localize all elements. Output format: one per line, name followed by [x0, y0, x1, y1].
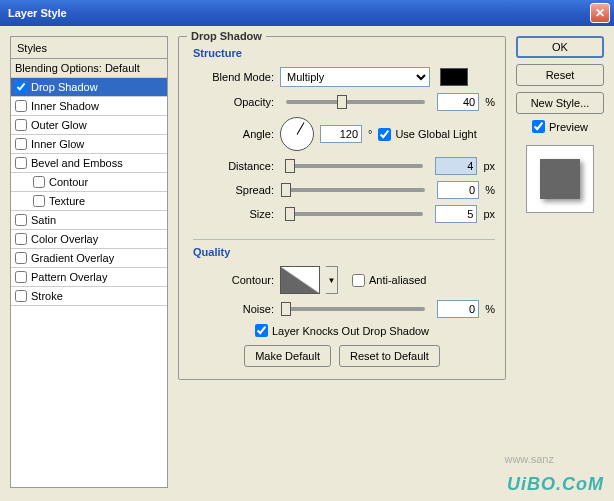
size-unit: px — [483, 208, 495, 220]
style-row-inner-glow[interactable]: Inner Glow — [11, 135, 167, 154]
style-label: Blending Options: Default — [15, 62, 140, 74]
opacity-label: Opacity: — [189, 96, 274, 108]
angle-input[interactable] — [320, 125, 362, 143]
contour-dropdown-icon[interactable]: ▼ — [326, 266, 338, 294]
style-label: Stroke — [31, 290, 63, 302]
opacity-slider[interactable] — [286, 100, 425, 104]
preview-box — [526, 145, 594, 213]
distance-label: Distance: — [189, 160, 274, 172]
distance-input[interactable] — [435, 157, 477, 175]
style-checkbox[interactable] — [33, 195, 45, 207]
panel-title: Drop Shadow — [187, 30, 266, 42]
style-row-blending-options-default[interactable]: Blending Options: Default — [11, 59, 167, 78]
style-checkbox[interactable] — [15, 157, 27, 169]
style-checkbox[interactable] — [15, 138, 27, 150]
ok-button[interactable]: OK — [516, 36, 604, 58]
style-label: Pattern Overlay — [31, 271, 107, 283]
style-checkbox[interactable] — [15, 252, 27, 264]
spread-input[interactable] — [437, 181, 479, 199]
style-label: Texture — [49, 195, 85, 207]
drop-shadow-group: Drop Shadow Structure Blend Mode: Multip… — [178, 36, 506, 380]
settings-column: Drop Shadow Structure Blend Mode: Multip… — [178, 36, 506, 488]
noise-input[interactable] — [437, 300, 479, 318]
styles-header: Styles — [10, 36, 168, 58]
contour-label: Contour: — [189, 274, 274, 286]
angle-dial[interactable] — [280, 117, 314, 151]
spread-unit: % — [485, 184, 495, 196]
noise-label: Noise: — [189, 303, 274, 315]
style-checkbox[interactable] — [15, 290, 27, 302]
style-checkbox[interactable] — [15, 214, 27, 226]
spread-slider[interactable] — [286, 188, 425, 192]
style-checkbox[interactable] — [33, 176, 45, 188]
style-label: Inner Shadow — [31, 100, 99, 112]
noise-unit: % — [485, 303, 495, 315]
style-label: Gradient Overlay — [31, 252, 114, 264]
title-text: Layer Style — [8, 7, 67, 19]
size-slider[interactable] — [286, 212, 423, 216]
style-checkbox[interactable] — [15, 271, 27, 283]
style-row-gradient-overlay[interactable]: Gradient Overlay — [11, 249, 167, 268]
right-column: OK Reset New Style... Preview — [516, 36, 604, 488]
style-row-drop-shadow[interactable]: Drop Shadow — [11, 78, 167, 97]
style-row-satin[interactable]: Satin — [11, 211, 167, 230]
contour-picker[interactable] — [280, 266, 320, 294]
size-label: Size: — [189, 208, 274, 220]
style-label: Outer Glow — [31, 119, 87, 131]
new-style-button[interactable]: New Style... — [516, 92, 604, 114]
style-label: Satin — [31, 214, 56, 226]
make-default-button[interactable]: Make Default — [244, 345, 331, 367]
style-checkbox[interactable] — [15, 81, 27, 93]
style-checkbox[interactable] — [15, 233, 27, 245]
structure-title: Structure — [193, 47, 495, 59]
angle-label: Angle: — [189, 128, 274, 140]
quality-title: Quality — [193, 239, 495, 258]
reset-default-button[interactable]: Reset to Default — [339, 345, 440, 367]
style-row-inner-shadow[interactable]: Inner Shadow — [11, 97, 167, 116]
reset-button[interactable]: Reset — [516, 64, 604, 86]
angle-unit: ° — [368, 128, 372, 140]
preview-checkbox[interactable]: Preview — [516, 120, 604, 133]
noise-slider[interactable] — [286, 307, 425, 311]
style-checkbox[interactable] — [15, 100, 27, 112]
style-row-color-overlay[interactable]: Color Overlay — [11, 230, 167, 249]
style-label: Contour — [49, 176, 88, 188]
blend-mode-label: Blend Mode: — [189, 71, 274, 83]
global-light-checkbox[interactable]: Use Global Light — [378, 128, 476, 141]
antialiased-checkbox[interactable]: Anti-aliased — [352, 274, 426, 287]
color-swatch[interactable] — [440, 68, 468, 86]
distance-slider[interactable] — [286, 164, 423, 168]
distance-unit: px — [483, 160, 495, 172]
size-input[interactable] — [435, 205, 477, 223]
preview-swatch — [540, 159, 580, 199]
spread-label: Spread: — [189, 184, 274, 196]
knocks-out-checkbox[interactable]: Layer Knocks Out Drop Shadow — [255, 324, 429, 337]
opacity-input[interactable] — [437, 93, 479, 111]
styles-list: Blending Options: DefaultDrop ShadowInne… — [10, 58, 168, 488]
style-label: Drop Shadow — [31, 81, 98, 93]
styles-column: Styles Blending Options: DefaultDrop Sha… — [10, 36, 168, 488]
style-label: Bevel and Emboss — [31, 157, 123, 169]
style-label: Color Overlay — [31, 233, 98, 245]
blend-mode-select[interactable]: Multiply — [280, 67, 430, 87]
style-row-stroke[interactable]: Stroke — [11, 287, 167, 306]
style-checkbox[interactable] — [15, 119, 27, 131]
style-row-texture[interactable]: Texture — [11, 192, 167, 211]
style-row-contour[interactable]: Contour — [11, 173, 167, 192]
style-row-pattern-overlay[interactable]: Pattern Overlay — [11, 268, 167, 287]
style-label: Inner Glow — [31, 138, 84, 150]
close-button[interactable]: ✕ — [590, 3, 610, 23]
titlebar: Layer Style ✕ — [0, 0, 614, 26]
opacity-unit: % — [485, 96, 495, 108]
style-row-outer-glow[interactable]: Outer Glow — [11, 116, 167, 135]
style-row-bevel-and-emboss[interactable]: Bevel and Emboss — [11, 154, 167, 173]
